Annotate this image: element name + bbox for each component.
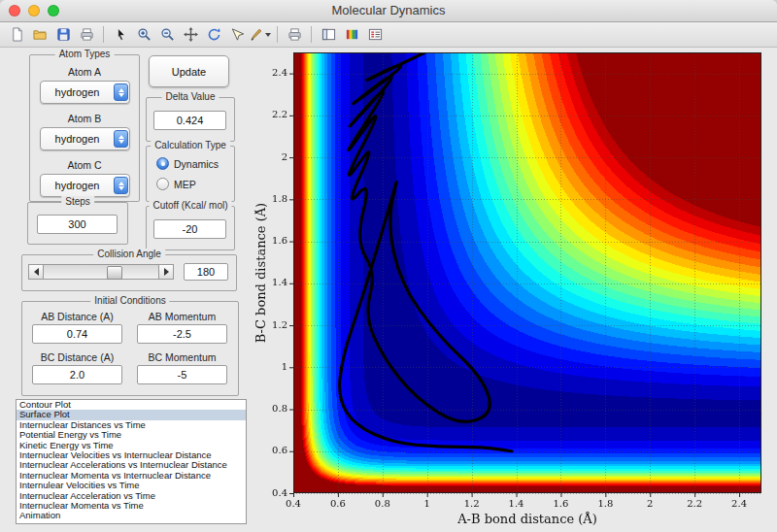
zoom-button[interactable] [48,5,59,17]
toolbar-brush-icon[interactable] [250,24,271,45]
collision-angle-field[interactable] [184,263,228,281]
toolbar-separator [103,26,104,43]
plot-list-item[interactable]: Animation [17,511,246,520]
bc-momentum-label: BC Momentum [137,351,227,363]
stepper-arrows-icon [114,177,128,194]
toolbar-zoom-out-icon[interactable] [156,24,178,45]
cutoff-group: Cutoff (Kcal/ mol) [146,206,235,250]
plot-type-listbox[interactable]: Contour PlotSurface PlotInternuclear Dis… [16,399,247,524]
toolbar-open-file-icon[interactable] [29,24,51,45]
steps-title: Steps [61,196,94,207]
atom-a-value: hydrogen [41,86,114,98]
initial-conditions-group: Initial Conditions AB Distance (A) AB Mo… [21,301,239,396]
stepper-arrows-icon [114,130,128,148]
delta-value-field[interactable] [153,111,226,130]
collision-angle-slider [28,264,174,280]
ab-distance-label: AB Distance (A) [32,311,122,322]
collision-angle-title: Collision Angle [93,249,165,259]
toolbar-separator [311,26,312,43]
toolbar-new-file-icon[interactable] [6,24,27,45]
atom-b-dropdown[interactable]: hydrogen [40,127,130,150]
ab-momentum-label: AB Momentum [137,311,227,322]
dropdown-arrow-icon[interactable] [265,33,271,37]
atom-a-dropdown[interactable]: hydrogen [40,81,130,104]
bc-distance-field[interactable] [32,365,122,384]
mep-radio-row: MEP [156,178,196,190]
update-button[interactable]: Update [149,55,229,87]
toolbar-print-icon[interactable] [76,24,97,45]
toolbar-data-cursor-icon[interactable] [226,24,248,45]
delta-value-group: Delta Value [146,97,235,142]
plot-list-item[interactable]: Internulear Velocities vs Time [17,481,246,490]
delta-value-title: Delta Value [162,91,220,102]
dynamics-radio-row: Dynamics [156,157,219,170]
close-button[interactable] [9,5,20,17]
toolbar-insert-legend-icon[interactable] [364,24,386,45]
atom-c-dropdown[interactable]: hydrogen [40,174,130,197]
toolbar-insert-colorbar-icon[interactable] [341,24,362,45]
calculation-type-group: Calculation Type Dynamics MEP [146,146,235,202]
minimize-button[interactable] [28,5,40,17]
ab-distance-field[interactable] [32,324,122,344]
slider-right-arrow[interactable] [158,264,174,280]
stepper-arrows-icon [114,83,128,101]
window-title: Molecular Dynamics [0,0,777,21]
toolbar-pan-icon[interactable] [180,24,201,45]
atom-c-label: Atom C [30,159,139,171]
toolbar-zoom-in-icon[interactable] [133,24,154,45]
toolbar-separator [277,26,278,43]
collision-angle-group: Collision Angle [21,254,237,291]
atom-a-label: Atom A [30,66,139,78]
window-controls [9,5,59,17]
cutoff-field[interactable] [153,219,226,239]
plot-list-item[interactable]: Potential Energy vs Time [17,430,246,440]
toolbar-pointer-icon[interactable] [110,24,131,45]
initial-conditions-title: Initial Conditions [90,295,169,306]
dynamics-radio[interactable] [156,157,169,170]
bc-distance-label: BC Distance (A) [32,351,122,363]
atom-c-value: hydrogen [41,180,114,191]
contour-plot[interactable] [254,43,773,528]
mep-radio[interactable] [156,178,169,190]
atom-types-title: Atom Types [55,49,115,59]
slider-left-arrow[interactable] [28,264,44,280]
atom-b-value: hydrogen [41,133,114,145]
app-window: Molecular Dynamics Atom Types Atom A hyd… [0,0,777,532]
steps-field[interactable] [37,215,118,234]
titlebar[interactable]: Molecular Dynamics [0,0,777,22]
steps-group: Steps [27,202,128,245]
dynamics-radio-label: Dynamics [174,158,219,170]
slider-thumb[interactable] [107,266,122,280]
toolbar-plot-browser-icon[interactable] [318,24,339,45]
toolbar-rotate-3d-icon[interactable] [203,24,224,45]
mep-radio-label: MEP [174,179,196,190]
cutoff-title: Cutoff (Kcal/ mol) [149,200,231,211]
calculation-type-title: Calculation Type [151,140,230,150]
toolbar-save-icon[interactable] [52,24,74,45]
toolbar-print-figure-icon[interactable] [284,24,305,45]
atom-types-group: Atom Types Atom A hydrogen Atom B hydrog… [29,54,140,202]
slider-track[interactable] [44,264,158,280]
bc-momentum-field[interactable] [137,365,227,384]
ab-momentum-field[interactable] [137,324,227,344]
atom-b-label: Atom B [30,113,139,124]
